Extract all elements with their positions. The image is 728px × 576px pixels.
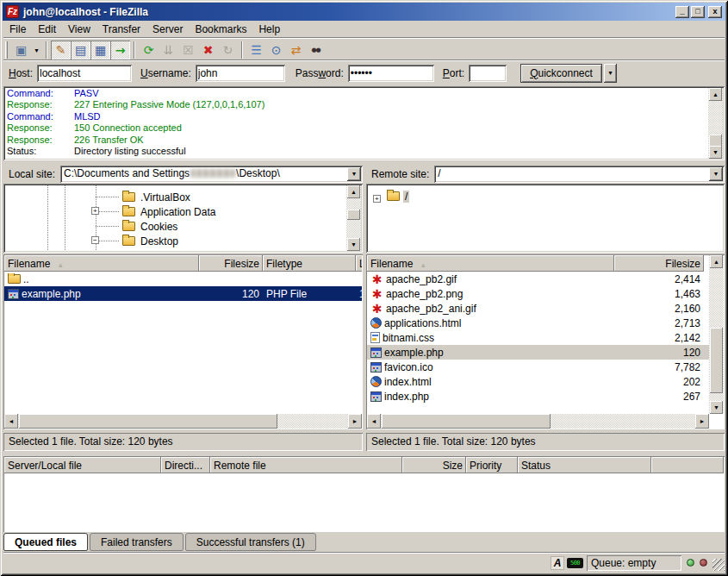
remote-vertical-scrollbar[interactable]: ▲ ▼	[709, 255, 724, 414]
scroll-up-button[interactable]: ▲	[710, 255, 723, 268]
synchronized-browsing-button[interactable]: ⇄	[286, 41, 306, 59]
column-header-filename[interactable]: Filename▲	[4, 255, 199, 272]
menu-bookmarks[interactable]: Bookmarks	[189, 22, 252, 37]
data-type-indicator-icon[interactable]: A	[551, 556, 564, 570]
filter-button[interactable]: ☰	[246, 41, 266, 59]
chevron-down-icon[interactable]: ▼	[709, 167, 723, 181]
menu-edit[interactable]: Edit	[32, 22, 62, 37]
find-files-button[interactable]: ●●	[306, 41, 326, 59]
speed-limits-icon[interactable]: 500	[567, 558, 583, 568]
quickconnect-dropdown-button[interactable]: ▼	[604, 64, 617, 83]
scroll-down-button[interactable]: ▼	[347, 238, 360, 251]
tree-item-cookies[interactable]: Cookies	[5, 219, 361, 234]
queue-column-directi-[interactable]: Directi...	[161, 457, 210, 473]
scroll-up-button[interactable]: ▲	[347, 185, 360, 198]
scroll-thumb[interactable]	[710, 328, 723, 393]
tree-item-label[interactable]: /	[403, 191, 409, 203]
toggle-remote-tree-button[interactable]: ▦	[90, 41, 110, 59]
queue-column-size[interactable]: Size	[402, 457, 466, 473]
scroll-right-button[interactable]: ►	[695, 414, 709, 429]
quickconnect-button[interactable]: Quickconnect	[520, 64, 602, 83]
queue-column-status[interactable]: Status	[518, 457, 651, 473]
maximize-button[interactable]: □	[691, 6, 705, 18]
tab-successful-transfers-1-[interactable]: Successful transfers (1)	[185, 533, 316, 551]
tab-queued-files[interactable]: Queued files	[3, 533, 88, 551]
tree-item-label[interactable]: Desktop	[139, 235, 180, 247]
column-header-filesize[interactable]: Filesize	[614, 255, 704, 272]
file-cell-text: 2,713	[675, 317, 700, 329]
minimize-button[interactable]: _	[675, 6, 689, 18]
compare-directories-button[interactable]: ⊙	[266, 41, 286, 59]
scroll-left-button[interactable]: ◄	[4, 414, 18, 429]
column-header-label: Filetype	[266, 258, 302, 270]
remote-site-combo[interactable]: / ▼	[434, 166, 725, 183]
column-header-filename[interactable]: Filename▲	[367, 255, 614, 272]
port-input[interactable]	[469, 65, 507, 82]
tree-item-root[interactable]: +/	[368, 189, 723, 203]
log-vertical-scrollbar[interactable]: ▲ ▼	[708, 88, 723, 159]
password-input[interactable]	[348, 65, 434, 82]
file-row-apache-pb2.gif[interactable]: ✱apache_pb2.gif2,414	[367, 272, 709, 286]
remote-horizontal-scrollbar[interactable]: ◄ ►	[367, 414, 709, 429]
expand-icon[interactable]: +	[91, 207, 99, 215]
tree-item-label[interactable]: Application Data	[139, 206, 217, 218]
tree-item--virtualbox[interactable]: .VirtualBox	[5, 190, 361, 204]
scroll-thumb[interactable]	[347, 210, 360, 220]
scroll-left-button[interactable]: ◄	[367, 414, 381, 429]
toggle-local-tree-button[interactable]: ▤	[71, 41, 90, 59]
file-row-apache-pb2.png[interactable]: ✱apache_pb2.png1,463	[367, 286, 709, 301]
local-site-combo[interactable]: C:\Documents and Settings\Desktop\ ▼	[60, 166, 363, 183]
queue-column-server-local-file[interactable]: Server/Local file	[4, 457, 161, 473]
username-input[interactable]	[196, 65, 285, 82]
column-header-l[interactable]: L	[356, 255, 362, 272]
queue-column-empty[interactable]	[651, 457, 724, 473]
tree-item-label[interactable]: .VirtualBox	[139, 191, 192, 203]
window-title: john@localhost - FileZilla	[23, 6, 674, 18]
collapse-icon[interactable]: −	[91, 236, 99, 244]
process-queue-button: ⇊	[159, 41, 178, 59]
local-horizontal-scrollbar[interactable]: ◄ ►	[4, 414, 362, 429]
tree-item-label[interactable]: Cookies	[139, 221, 179, 233]
refresh-button[interactable]: ⟳	[139, 41, 159, 59]
tab-failed-transfers[interactable]: Failed transfers	[90, 533, 184, 551]
file-row-applications.html[interactable]: applications.html2,713	[367, 316, 709, 330]
file-row-bitnami.css[interactable]: bitnami.css2,142	[367, 330, 709, 345]
close-button[interactable]: x	[708, 6, 722, 18]
file-row-apache-pb2-ani.gif[interactable]: ✱apache_pb2_ani.gif2,160	[367, 301, 709, 316]
file-row-..[interactable]: ..	[4, 272, 362, 286]
file-row-favicon.ico[interactable]: favicon.ico7,782	[367, 360, 709, 374]
scroll-right-button[interactable]: ►	[348, 414, 362, 429]
scroll-down-button[interactable]: ▼	[709, 146, 722, 159]
file-row-index.html[interactable]: index.html202	[367, 374, 709, 389]
local-tree-vertical-scrollbar[interactable]: ▲ ▼	[346, 185, 361, 251]
file-row-index.php[interactable]: index.php267	[367, 389, 709, 404]
scroll-thumb[interactable]	[382, 414, 551, 429]
tree-item-desktop[interactable]: −Desktop	[5, 234, 361, 248]
menu-view[interactable]: View	[62, 22, 96, 37]
queue-column-remote-file[interactable]: Remote file	[210, 457, 402, 473]
queue-column-priority[interactable]: Priority	[466, 457, 518, 473]
menu-transfer[interactable]: Transfer	[96, 22, 146, 37]
file-row-example.php[interactable]: example.php120	[367, 345, 709, 360]
column-header-filetype[interactable]: Filetype	[263, 255, 356, 272]
toggle-queue-button[interactable]: →	[110, 41, 130, 59]
menu-help[interactable]: Help	[252, 22, 286, 37]
site-manager-button[interactable]: ▣	[11, 41, 31, 59]
column-header-filesize[interactable]: Filesize	[199, 255, 263, 272]
file-row-example.php[interactable]: example.php120PHP File1	[4, 286, 362, 301]
toolbar-grip[interactable]	[5, 41, 8, 59]
disconnect-button[interactable]: ✖	[198, 41, 218, 59]
tree-item-application-data[interactable]: +Application Data	[5, 204, 361, 219]
scroll-down-button[interactable]: ▼	[710, 401, 723, 414]
scroll-thumb[interactable]	[19, 414, 277, 429]
expand-icon[interactable]: +	[373, 195, 381, 203]
menu-file[interactable]: File	[3, 22, 32, 37]
site-manager-button-dropdown[interactable]: ▼	[31, 41, 42, 59]
host-input[interactable]	[37, 65, 132, 82]
resize-grip[interactable]	[712, 559, 725, 571]
transfer-queue-rows	[4, 473, 724, 531]
toggle-log-button[interactable]: ✎	[51, 41, 71, 59]
chevron-down-icon[interactable]: ▼	[347, 167, 361, 181]
menu-server[interactable]: Server	[146, 22, 189, 37]
scroll-up-button[interactable]: ▲	[709, 88, 722, 101]
